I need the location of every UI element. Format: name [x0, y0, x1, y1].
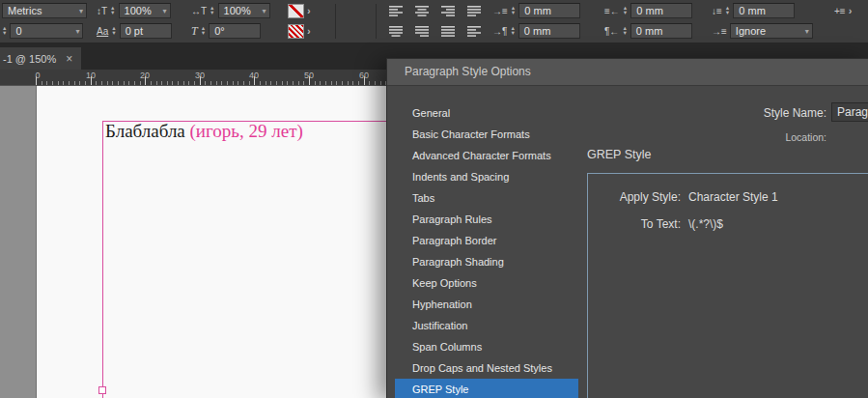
sidebar-item-advanced-character-formats[interactable]: Advanced Character Formats [395, 145, 578, 166]
grep-style-row[interactable]: To Text: \(.*?\)$ [588, 211, 868, 238]
right-indent-input[interactable]: 0 mm [630, 3, 692, 18]
space-before-group: ↓≡ ▲▼ 0 mm [712, 2, 795, 19]
to-text-label: To Text: [588, 217, 681, 231]
align-to-grid-group: →≡ Ignore ▾ [712, 22, 813, 40]
align-toward-spine-button[interactable] [462, 23, 485, 40]
sidebar-item-paragraph-shading[interactable]: Paragraph Shading [395, 251, 578, 272]
tracking-group: ▲▼ 0 ▾ [2, 22, 83, 40]
ruler-tick-label: 20 [140, 71, 150, 80]
toolbar-separator [335, 4, 336, 39]
sidebar-item-general[interactable]: General [395, 102, 578, 124]
to-text-value[interactable]: \(.*?\)$ [688, 217, 723, 231]
ruler-tick-label: 60 [359, 71, 369, 80]
text-frame-handle[interactable] [98, 386, 106, 394]
drop-cap-icon: +≡ [834, 6, 846, 16]
sidebar-item-hyphenation[interactable]: Hyphenation [395, 294, 578, 315]
skew-group: T ▲▼ 0° [191, 22, 261, 40]
right-indent-stepper[interactable]: ▲▼ [623, 6, 628, 15]
chevron-down-icon: ▾ [75, 7, 83, 15]
first-line-indent-value: 0 mm [524, 25, 551, 37]
sidebar-item-indents-and-spacing[interactable]: Indents and Spacing [395, 166, 578, 187]
sidebar-item-paragraph-rules[interactable]: Paragraph Rules [395, 209, 578, 230]
horizontal-scale-input[interactable]: 100% ▾ [218, 3, 270, 18]
paragraph-extra-group: +≡ › [834, 2, 852, 19]
align-left-button[interactable] [384, 3, 406, 19]
tracking-stepper[interactable]: ▲▼ [2, 26, 7, 36]
chevron-down-icon: ▾ [801, 27, 809, 36]
character-more-expander-icon[interactable]: › [307, 25, 311, 37]
paragraph-more-expander-icon[interactable]: › [849, 5, 853, 16]
space-before-input[interactable]: 0 mm [733, 3, 795, 18]
horizontal-scale-group: ↔T ▲▼ 100% ▾ [191, 2, 270, 19]
sidebar-item-justification[interactable]: Justification [395, 315, 578, 336]
none-stroke-swatch[interactable] [288, 24, 304, 39]
sidebar-item-grep-style[interactable]: GREP Style [395, 379, 578, 398]
baseline-shift-icon: Aa [97, 26, 108, 37]
sidebar-item-paragraph-border[interactable]: Paragraph Border [395, 230, 578, 251]
dialog-title-bar[interactable]: Paragraph Style Options [387, 59, 868, 86]
character-more-expander-icon[interactable]: › [307, 5, 311, 16]
last-line-indent-input[interactable]: 0 mm [630, 23, 692, 39]
sidebar-item-basic-character-formats[interactable]: Basic Character Formats [395, 124, 578, 145]
none-fill-swatch[interactable] [288, 4, 304, 18]
horizontal-scale-stepper[interactable]: ▲▼ [210, 6, 214, 15]
left-indent-input[interactable]: 0 mm [518, 3, 580, 18]
last-line-indent-value: 0 mm [636, 25, 663, 37]
fill-proxy-group: › [288, 2, 311, 19]
last-line-indent-stepper[interactable]: ▲▼ [622, 26, 627, 36]
skew-value: 0° [214, 25, 225, 37]
align-to-grid-icon: →≡ [712, 26, 727, 37]
alignment-group-2 [384, 22, 485, 40]
vertical-scale-group: ↕T ▲▼ 100% ▾ [97, 2, 171, 19]
vertical-scale-value: 100% [125, 5, 152, 16]
close-icon[interactable]: × [66, 53, 72, 65]
sidebar-item-tabs[interactable]: Tabs [395, 187, 578, 209]
grep-style-row[interactable]: Apply Style: Character Style 1 [588, 184, 868, 211]
skew-input[interactable]: 0° [209, 23, 261, 39]
left-indent-icon: →≡ [492, 6, 508, 16]
stroke-proxy-group: › [288, 22, 311, 40]
dialog-body: General Basic Character Formats Advanced… [387, 86, 868, 398]
vertical-scale-input[interactable]: 100% ▾ [119, 3, 171, 18]
justify-all-button[interactable] [436, 23, 459, 40]
align-to-grid-select[interactable]: Ignore ▾ [730, 23, 813, 39]
ruler-tick-label: 30 [195, 71, 205, 80]
document-text-line[interactable]: Блаблабла (игорь, 29 лет) [105, 122, 303, 142]
baseline-shift-value: 0 pt [126, 25, 143, 37]
first-line-indent-stepper[interactable]: ▲▼ [510, 26, 515, 36]
justify-left-button[interactable] [462, 3, 485, 19]
style-name-input[interactable] [831, 102, 868, 122]
first-line-indent-input[interactable]: 0 mm [518, 23, 580, 39]
baseline-shift-stepper[interactable]: ▲▼ [111, 26, 116, 36]
ruler-tick-label: 40 [249, 71, 259, 80]
justify-right-button[interactable] [410, 23, 433, 40]
space-before-value: 0 mm [739, 5, 766, 16]
dialog-sidebar: General Basic Character Formats Advanced… [395, 102, 578, 398]
align-right-button[interactable] [436, 3, 459, 19]
first-line-indent-icon: →¶ [492, 26, 507, 37]
sidebar-item-keep-options[interactable]: Keep Options [395, 272, 578, 294]
last-line-indent-group: ¶← ▲▼ 0 mm [604, 22, 692, 40]
kerning-select[interactable]: Metrics ▾ [2, 3, 87, 18]
left-indent-group: →≡ ▲▼ 0 mm [492, 2, 580, 19]
baseline-shift-input[interactable]: 0 pt [120, 23, 172, 39]
apply-style-value[interactable]: Character Style 1 [688, 190, 778, 204]
align-center-button[interactable] [410, 3, 433, 19]
space-before-stepper[interactable]: ▲▼ [725, 6, 730, 15]
justify-center-button[interactable] [384, 23, 406, 40]
chevron-down-icon: ▾ [159, 7, 167, 15]
control-panel: Metrics ▾ ↕T ▲▼ 100% ▾ ↔T ▲▼ 100% ▾ › [0, 0, 868, 43]
sidebar-item-span-columns[interactable]: Span Columns [395, 336, 578, 357]
skew-stepper[interactable]: ▲▼ [201, 26, 206, 36]
chevron-down-icon: ▾ [259, 7, 266, 15]
left-indent-value: 0 mm [524, 5, 551, 16]
grep-style-list[interactable]: Apply Style: Character Style 1 To Text: … [587, 173, 868, 398]
space-before-icon: ↓≡ [712, 6, 722, 16]
left-indent-stepper[interactable]: ▲▼ [511, 6, 516, 15]
sidebar-item-drop-caps-and-nested-styles[interactable]: Drop Caps and Nested Styles [395, 357, 578, 379]
tracking-select[interactable]: 0 ▾ [10, 23, 83, 39]
control-panel-row-2: ▲▼ 0 ▾ Aa ▲▼ 0 pt T ▲▼ 0° › [0, 21, 868, 41]
document-tab[interactable]: -1 @ 150% × [0, 47, 81, 70]
vertical-scale-stepper[interactable]: ▲▼ [110, 6, 115, 15]
toolbar-separator [376, 4, 377, 39]
